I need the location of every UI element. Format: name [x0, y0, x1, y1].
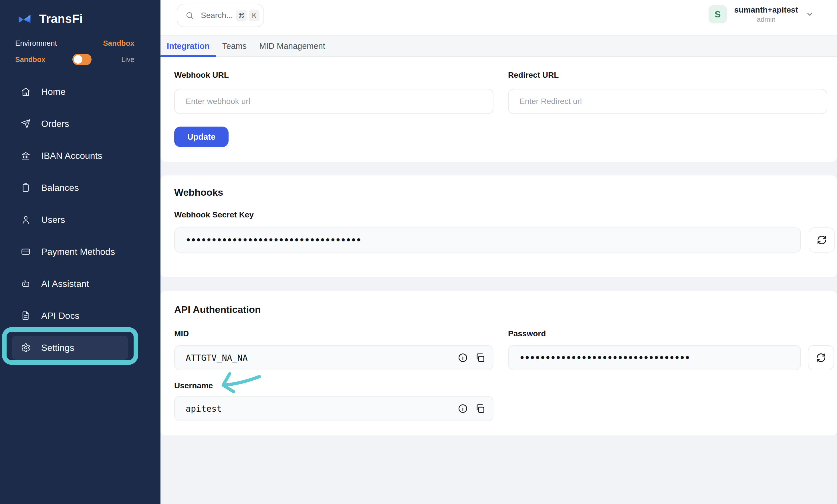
username-actions	[458, 404, 485, 413]
search-icon	[185, 11, 194, 20]
main-area: Search... ⌘ K S sumanth+apitest admin In…	[160, 0, 837, 504]
sidebar-item-payment-methods[interactable]: Payment Methods	[12, 240, 128, 264]
update-button[interactable]: Update	[174, 127, 229, 147]
mid-actions	[458, 353, 485, 362]
chevron-down-icon	[805, 10, 814, 19]
urls-card: Webhook URL Redirect URL Update	[160, 57, 837, 162]
copy-icon[interactable]	[475, 353, 485, 362]
username-input[interactable]	[174, 396, 494, 421]
webhooks-heading: Webhooks	[174, 187, 223, 198]
webhook-url-input[interactable]	[174, 89, 494, 114]
user-name: sumanth+apitest	[734, 5, 798, 15]
clipboard-icon	[21, 183, 31, 192]
environment-title: Environment	[15, 39, 57, 48]
regenerate-password-button[interactable]	[808, 345, 834, 370]
password-input[interactable]	[508, 345, 801, 370]
tab-integration[interactable]: Integration	[160, 36, 216, 56]
sidebar-item-settings[interactable]: Settings	[12, 336, 128, 360]
sidebar-item-home[interactable]: Home	[12, 80, 128, 104]
avatar: S	[709, 5, 727, 23]
user-icon	[21, 215, 31, 225]
password-label: Password	[508, 329, 546, 338]
search-placeholder: Search...	[201, 11, 233, 20]
top-header: Search... ⌘ K S sumanth+apitest admin	[160, 0, 837, 35]
sidebar-item-users[interactable]: Users	[12, 208, 128, 232]
gear-icon	[21, 343, 31, 353]
username-label: Username	[174, 381, 213, 390]
copy-icon[interactable]	[475, 404, 485, 413]
file-text-icon	[21, 311, 31, 321]
user-menu[interactable]: S sumanth+apitest admin	[709, 5, 814, 23]
search-input[interactable]: Search... ⌘ K	[177, 4, 264, 27]
sidebar: TransFi Environment Sandbox Sandbox Live…	[0, 0, 160, 504]
tab-mid-management[interactable]: MID Management	[253, 36, 332, 56]
toggle-knob	[74, 55, 83, 64]
brand: TransFi	[18, 12, 83, 26]
regenerate-secret-button[interactable]	[809, 227, 835, 253]
refresh-icon	[816, 353, 826, 363]
mid-input[interactable]	[174, 345, 494, 370]
credit-card-icon	[21, 247, 31, 257]
refresh-icon	[817, 235, 827, 245]
bot-icon	[21, 279, 31, 288]
tab-bar: Integration Teams MID Management	[160, 35, 837, 57]
environment-current-value: Sandbox	[103, 39, 135, 48]
redirect-url-label: Redirect URL	[508, 71, 559, 80]
tab-teams[interactable]: Teams	[216, 36, 253, 56]
info-icon[interactable]	[458, 353, 468, 362]
redirect-url-input[interactable]	[508, 89, 827, 114]
cmd-keycap: ⌘	[236, 10, 247, 21]
search-shortcut: ⌘ K	[236, 10, 260, 21]
home-icon	[21, 87, 31, 97]
webhook-url-label: Webhook URL	[174, 71, 229, 80]
sidebar-item-balances[interactable]: Balances	[12, 176, 128, 200]
mid-label: MID	[174, 329, 189, 338]
info-icon[interactable]	[458, 404, 468, 413]
api-auth-card: API Authentication MID Password Username	[160, 291, 837, 435]
transfi-logo-icon	[18, 13, 31, 24]
environment-sandbox-label: Sandbox	[15, 55, 46, 64]
webhook-secret-key-label: Webhook Secret Key	[174, 210, 254, 220]
api-auth-heading: API Authentication	[174, 304, 261, 315]
sidebar-item-api-docs[interactable]: API Docs	[12, 304, 128, 328]
webhooks-card: Webhooks Webhook Secret Key	[160, 175, 837, 277]
sidebar-item-ai-assistant[interactable]: AI Assistant	[12, 272, 128, 296]
send-icon	[21, 119, 31, 129]
environment-toggle[interactable]	[72, 54, 91, 65]
user-info: sumanth+apitest admin	[734, 5, 798, 23]
sidebar-item-orders[interactable]: Orders	[12, 112, 128, 136]
sidebar-item-iban-accounts[interactable]: IBAN Accounts	[12, 144, 128, 168]
k-keycap: K	[249, 10, 260, 21]
webhook-secret-key-input[interactable]	[174, 227, 801, 253]
environment-live-label: Live	[121, 55, 135, 64]
user-role: admin	[757, 15, 776, 23]
bank-icon	[21, 151, 31, 161]
brand-name: TransFi	[39, 12, 83, 26]
